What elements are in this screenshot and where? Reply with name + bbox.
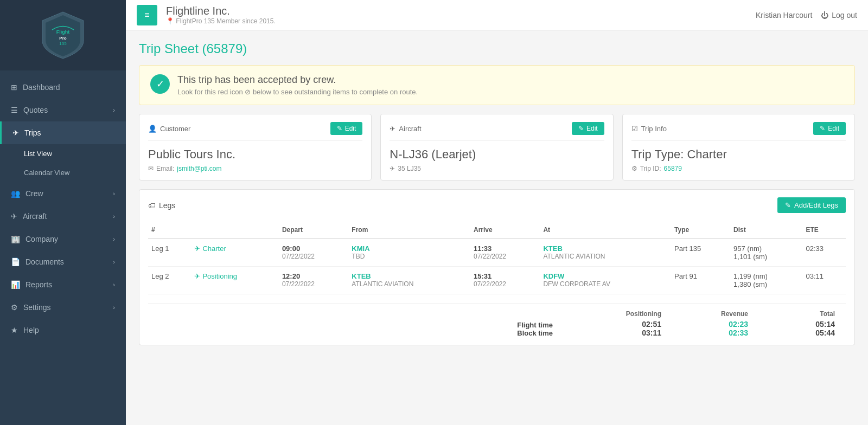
legs-title: 🏷 Legs [148, 201, 175, 210]
hamburger-icon: ≡ [144, 10, 149, 20]
user-name: Kristian Harcourt [756, 11, 812, 20]
topbar-company-block: Flightline Inc. 📍 FlightPro 135 Member s… [166, 5, 756, 25]
aircraft-card-header: ✈ Aircraft ✎ Edit [390, 122, 604, 141]
col-at: At [540, 222, 671, 239]
crew-icon: 👥 [11, 189, 20, 198]
svg-text:Flight: Flight [56, 29, 70, 35]
customer-name: Public Tours Inc. [148, 147, 362, 162]
email-value: jsmith@pti.com [177, 165, 221, 172]
leg-type: ✈ Charter [191, 239, 279, 267]
checklist-icon: ☑ [631, 125, 638, 133]
sidebar-item-crew[interactable]: 👥 Crew › [0, 182, 126, 205]
customer-edit-button[interactable]: ✎ Edit [330, 122, 363, 135]
leg-legtype: Part 91 [671, 267, 730, 294]
plane-icon: ✈ [194, 244, 200, 253]
reports-icon: 📊 [11, 280, 20, 289]
summary-revenue: Revenue 02:23 02:33 [672, 310, 759, 337]
company-name: Flightline Inc. [166, 5, 756, 17]
aircraft-sub: ✈ 35 LJ35 [390, 165, 604, 172]
leg-arrive: 11:33 07/22/2022 [470, 239, 540, 267]
summary-positioning: Positioning 02:51 03:11 [585, 310, 672, 337]
plane-icon: ✈ [390, 125, 395, 133]
trip-info-card: ☑ Trip Info ✎ Edit Trip Type: Charter ⚙ … [622, 114, 855, 181]
alert-text: This trip has been accepted by crew. Loo… [177, 74, 418, 96]
leg-from: KTEB ATLANTIC AVIATION [348, 267, 470, 294]
leg-dist: 957 (nm) 1,101 (sm) [730, 239, 802, 267]
sidebar-navigation: ⊞ Dashboard ☰ Quotes › ✈ Trips List View… [0, 70, 126, 425]
quotes-icon: ☰ [11, 106, 18, 114]
col-from: From [348, 222, 470, 239]
col-num: # [148, 222, 191, 239]
sidebar-item-help[interactable]: ★ Help [0, 319, 126, 342]
pencil-icon: ✎ [820, 125, 825, 132]
sidebar-item-label: Documents [25, 257, 64, 266]
leg-ete: 03:11 [803, 267, 846, 294]
topbar-user-area: Kristian Harcourt ⏻ Log out [756, 11, 857, 20]
page-trip-id: (65879) [202, 41, 247, 56]
chevron-right-icon: › [113, 236, 115, 242]
chevron-right-icon: › [113, 190, 115, 197]
sidebar-item-quotes[interactable]: ☰ Quotes › [0, 99, 126, 121]
trip-info-card-header: ☑ Trip Info ✎ Edit [631, 122, 846, 141]
legs-table-body: Leg 1 ✈ Charter 09:00 07/22/2022 [148, 239, 846, 294]
subtitle-text: FlightPro 135 Member since 2015. [176, 17, 275, 25]
sidebar-item-reports[interactable]: 📊 Reports › [0, 273, 126, 296]
email-label: Email: [156, 165, 174, 172]
main-content: ≡ Flightline Inc. 📍 FlightPro 135 Member… [126, 0, 868, 425]
menu-toggle-button[interactable]: ≡ [137, 5, 157, 25]
chevron-right-icon: › [113, 304, 115, 311]
info-cards: 👤 Customer ✎ Edit Public Tours Inc. ✉ Em… [139, 114, 855, 181]
customer-email: ✉ Email: jsmith@pti.com [148, 165, 362, 172]
plane-icon: ✈ [194, 272, 200, 280]
sidebar-item-label: Dashboard [23, 83, 60, 92]
leg-num: Leg 2 [148, 267, 191, 294]
leg-legtype: Part 135 [671, 239, 730, 267]
aircraft-name: N-LJ36 (Learjet) [390, 147, 604, 162]
aircraft-edit-button[interactable]: ✎ Edit [572, 122, 604, 135]
help-icon: ★ [11, 326, 18, 334]
customer-card-header: 👤 Customer ✎ Edit [148, 122, 362, 141]
aircraft-icon: ✈ [11, 212, 17, 221]
sidebar-item-company[interactable]: 🏢 Company › [0, 228, 126, 250]
pencil-icon: ✎ [337, 125, 342, 132]
pin-icon: 📍 [166, 17, 174, 25]
chevron-right-icon: › [113, 107, 115, 113]
dashboard-icon: ⊞ [11, 83, 17, 92]
sidebar-item-aircraft[interactable]: ✈ Aircraft › [0, 205, 126, 228]
flightpro-logo: Flight Pro 135 [41, 11, 85, 60]
settings-icon: ⚙ [11, 303, 18, 312]
sidebar-item-documents[interactable]: 📄 Documents › [0, 250, 126, 273]
col-arrive: Arrive [470, 222, 540, 239]
aircraft-card-title: ✈ Aircraft [390, 125, 421, 133]
sidebar-subitem-list-view[interactable]: List View [0, 144, 126, 163]
sidebar-item-trips[interactable]: ✈ Trips [0, 121, 126, 144]
leg-from: KMIA TBD [348, 239, 470, 267]
trip-id-sub: ⚙ Trip ID: 65879 [631, 165, 846, 172]
edit-icon: ✎ [785, 201, 791, 209]
sidebar-subitem-calendar-view[interactable]: Calendar View [0, 163, 126, 182]
leg-dist: 1,199 (nm) 1,380 (sm) [730, 267, 802, 294]
leg-arrive: 15:31 07/22/2022 [470, 267, 540, 294]
logout-button[interactable]: ⏻ Log out [821, 11, 857, 20]
documents-icon: 📄 [11, 257, 20, 266]
sidebar-subitem-label: Calendar View [24, 169, 69, 177]
sidebar-item-label: Settings [23, 303, 51, 312]
legs-section: 🏷 Legs ✎ Add/Edit Legs # Depart From Arr… [139, 189, 855, 345]
leg-depart: 12:20 07/22/2022 [279, 267, 348, 294]
leg-at: KDFW DFW CORPORATE AV [540, 267, 671, 294]
alert-banner: ✓ This trip has been accepted by crew. L… [139, 65, 855, 105]
aircraft-sub1: 35 LJ35 [398, 165, 421, 172]
trip-info-edit-button[interactable]: ✎ Edit [813, 122, 846, 135]
col-type [191, 222, 279, 239]
chevron-right-icon: › [113, 259, 115, 265]
chevron-right-icon: › [113, 281, 115, 288]
add-edit-legs-button[interactable]: ✎ Add/Edit Legs [777, 197, 846, 213]
sidebar-item-dashboard[interactable]: ⊞ Dashboard [0, 76, 126, 99]
sidebar-item-label: Quotes [23, 106, 48, 114]
leg-depart: 09:00 07/22/2022 [279, 239, 348, 267]
sidebar-item-settings[interactable]: ⚙ Settings › [0, 296, 126, 319]
col-depart: Depart [279, 222, 348, 239]
svg-text:135: 135 [59, 41, 67, 46]
sidebar-item-label: Trips [24, 128, 41, 137]
summary-total: Total 05:14 05:44 [759, 310, 846, 337]
